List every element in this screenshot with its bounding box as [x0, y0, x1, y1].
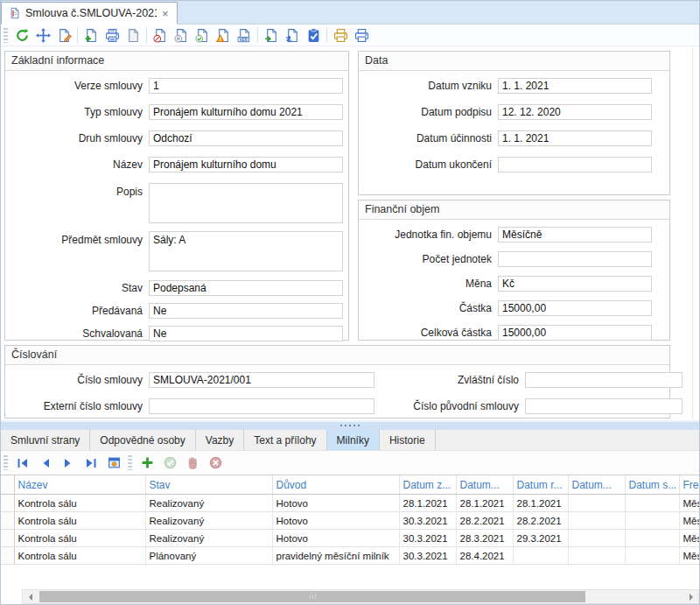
- move-button[interactable]: [33, 26, 52, 45]
- horizontal-scrollbar[interactable]: [22, 589, 699, 604]
- cell-datum-r[interactable]: [513, 547, 568, 565]
- datum-ukonceni-input[interactable]: [498, 157, 652, 172]
- first-record-button[interactable]: [14, 455, 32, 471]
- row-indicator[interactable]: [1, 512, 14, 530]
- approve-document-button[interactable]: [192, 26, 212, 45]
- toolbar-grip[interactable]: [4, 28, 8, 43]
- cell-datum-z[interactable]: 30.3.2021: [399, 547, 456, 565]
- cell-nazev[interactable]: Kontrola sálu: [14, 495, 145, 512]
- table-row[interactable]: Kontrola sálu Realizovaný Hotovo 28.1.20…: [1, 495, 699, 512]
- cell-frekvence[interactable]: Měs: [679, 547, 699, 565]
- predavana-input[interactable]: Ne: [149, 303, 343, 319]
- externi-cislo-smlouvy-input[interactable]: [149, 398, 374, 414]
- hold-record-button[interactable]: [184, 455, 201, 471]
- warning-document-button[interactable]: [214, 26, 233, 45]
- cell-nazev[interactable]: Kontrola sálu: [14, 547, 145, 565]
- close-document-button[interactable]: [172, 26, 191, 45]
- schvalovana-input[interactable]: Ne: [149, 326, 343, 341]
- scroll-right-button[interactable]: [683, 590, 698, 603]
- cell-datum-2[interactable]: [568, 512, 625, 530]
- cell-frekvence[interactable]: Měs: [679, 512, 699, 530]
- print-gold-button[interactable]: [331, 26, 350, 45]
- zvlastni-cislo-input[interactable]: [525, 372, 682, 388]
- tab-smluvni-strany[interactable]: Smluvní strany: [1, 430, 90, 450]
- stav-input[interactable]: Podepsaná: [149, 280, 343, 296]
- panel-splitter[interactable]: [1, 420, 699, 430]
- col-datum-r[interactable]: Datum r...: [513, 475, 568, 495]
- col-datum-1[interactable]: Datum...: [456, 475, 513, 495]
- tab-close-icon[interactable]: ×: [161, 8, 170, 19]
- col-nazev[interactable]: Název: [14, 475, 145, 495]
- cell-datum-r[interactable]: 29.3.2021: [513, 530, 568, 547]
- form-view-button[interactable]: [105, 455, 122, 471]
- next-record-button[interactable]: [60, 455, 77, 471]
- datum-ucinnosti-input[interactable]: 1. 1. 2021: [498, 130, 652, 146]
- jednotka-fin-objemu-input[interactable]: Měsíčně: [498, 227, 652, 243]
- delete-record-button[interactable]: [206, 455, 224, 471]
- cell-datum-2[interactable]: [568, 495, 625, 512]
- col-duvod[interactable]: Důvod: [272, 475, 399, 495]
- cell-datum-s[interactable]: [625, 495, 679, 512]
- cell-datum-1[interactable]: 28.4.2021: [456, 547, 513, 565]
- popis-input[interactable]: [149, 183, 343, 223]
- predmet-smlouvy-input[interactable]: Sály: A: [149, 231, 343, 271]
- datum-vzniku-input[interactable]: 1. 1. 2021: [498, 78, 652, 94]
- print-blue-button[interactable]: [352, 26, 371, 45]
- cell-datum-1[interactable]: 28.2.2021: [456, 512, 513, 530]
- cislo-puvodni-smlouvy-input[interactable]: [525, 398, 682, 414]
- cell-stav[interactable]: Realizovaný: [145, 512, 272, 530]
- cell-datum-z[interactable]: 30.3.2021: [399, 512, 456, 530]
- confirm-record-button[interactable]: [161, 455, 178, 471]
- col-datum-2[interactable]: Datum...: [568, 475, 625, 495]
- toolbar-grip[interactable]: [128, 455, 132, 470]
- cell-datum-s[interactable]: [625, 547, 679, 565]
- tab-historie[interactable]: Historie: [380, 430, 436, 450]
- cell-datum-r[interactable]: 28.1.2021: [513, 495, 568, 512]
- reject-document-button[interactable]: [150, 26, 170, 45]
- typ-smlouvy-input[interactable]: Pronájem kulturního domu 2021: [149, 104, 343, 120]
- datum-podpisu-input[interactable]: 12. 12. 2020: [498, 104, 652, 120]
- cell-datum-s[interactable]: [625, 530, 679, 547]
- druh-smlouvy-input[interactable]: Odchozí: [149, 130, 343, 146]
- cell-datum-s[interactable]: [625, 512, 679, 530]
- cell-datum-z[interactable]: 30.3.2021: [399, 530, 456, 547]
- celkova-castka-input[interactable]: 15000,00: [498, 325, 652, 341]
- cell-frekvence[interactable]: Měs: [679, 530, 699, 547]
- cell-datum-1[interactable]: 28.3.2021: [456, 530, 513, 547]
- refresh-button[interactable]: [12, 26, 32, 45]
- verze-smlouvy-input[interactable]: 1: [149, 78, 343, 94]
- cell-duvod[interactable]: Hotovo: [272, 512, 399, 530]
- cell-stav[interactable]: Plánovaný: [145, 547, 272, 565]
- cell-duvod[interactable]: Hotovo: [272, 530, 399, 547]
- toolbar-grip[interactable]: [4, 455, 8, 470]
- tab-smlouva[interactable]: Smlouva č.SMLOUVA-2021/00 ×: [1, 2, 178, 25]
- tab-odpovedne-osoby[interactable]: Odpovědné osoby: [90, 430, 195, 450]
- cell-duvod[interactable]: pravidelný měsíční milník: [272, 547, 399, 565]
- col-datum-s[interactable]: Datum s...: [625, 475, 679, 495]
- castka-input[interactable]: 15000,00: [498, 300, 652, 316]
- row-indicator[interactable]: [1, 530, 14, 547]
- cell-nazev[interactable]: Kontrola sálu: [14, 530, 145, 547]
- add-document-button[interactable]: [81, 26, 101, 45]
- cell-datum-2[interactable]: [568, 547, 625, 565]
- cell-duvod[interactable]: Hotovo: [272, 495, 399, 512]
- nazev-input[interactable]: Pronájem kulturního domu: [149, 157, 343, 172]
- export-document-button[interactable]: [262, 26, 281, 45]
- last-record-button[interactable]: [82, 455, 100, 471]
- cell-stav[interactable]: Realizovaný: [145, 495, 272, 512]
- cell-frekvence[interactable]: Měs: [679, 495, 699, 512]
- cell-stav[interactable]: Realizovaný: [145, 530, 272, 547]
- col-frekvence[interactable]: Frek: [679, 475, 699, 495]
- add-record-button[interactable]: [138, 455, 156, 471]
- document-button[interactable]: [123, 26, 143, 45]
- scroll-left-button[interactable]: [23, 590, 38, 603]
- cell-datum-z[interactable]: 28.1.2021: [399, 495, 456, 512]
- previous-record-button[interactable]: [37, 455, 54, 471]
- table-row[interactable]: Kontrola sálu Realizovaný Hotovo 30.3.20…: [1, 512, 699, 530]
- tab-milniky[interactable]: Milníky: [327, 430, 380, 450]
- pocet-jednotek-input[interactable]: [498, 251, 652, 267]
- edit-document-button[interactable]: [54, 26, 74, 45]
- table-row[interactable]: Kontrola sálu Realizovaný Hotovo 30.3.20…: [1, 530, 699, 547]
- cell-datum-2[interactable]: [568, 530, 625, 547]
- mena-input[interactable]: Kč: [498, 276, 652, 292]
